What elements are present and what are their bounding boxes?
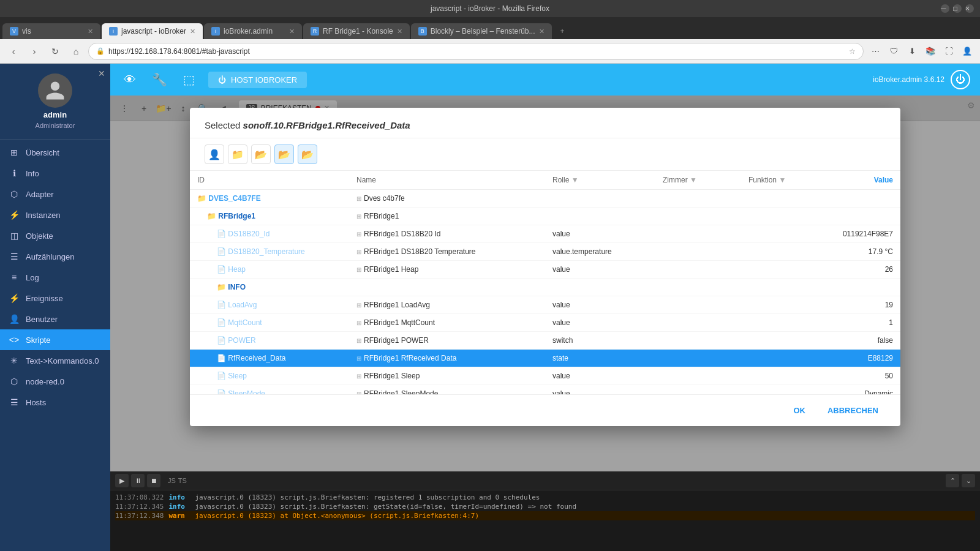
host-button[interactable]: ⏻ HOST IOBROKER	[208, 72, 307, 88]
power-button[interactable]: ⏻	[951, 70, 970, 89]
toolbar-folder3-button[interactable]: 📂	[274, 144, 294, 164]
table-row[interactable]: 📄 SleepMode ⊞RFBridge1 SleepMode value D…	[190, 385, 900, 395]
table-row[interactable]: 📁 DVES_C4B7FE ⊞Dves c4b7fe	[190, 190, 900, 208]
browser-tab-vis[interactable]: V vis ✕	[2, 23, 100, 39]
log-ts-label: TS	[178, 477, 187, 484]
browser-tab-javascript[interactable]: i javascript - ioBroker ✕	[102, 23, 203, 39]
sidebar-item-adapter[interactable]: ⬡ Adapter	[0, 184, 110, 204]
sidebar-item-hosts[interactable]: ☰ Hosts	[0, 392, 110, 413]
table-row[interactable]: 📄 DS18B20_Temperature ⊞RFBridge1 DS18B20…	[190, 243, 900, 261]
fullscreen-button[interactable]: ⛶	[941, 43, 957, 59]
library-button[interactable]: 📚	[922, 43, 938, 59]
sidebar-item-benutzer[interactable]: 👤 Benutzer	[0, 309, 110, 329]
log-collapse-button[interactable]: ⌄	[962, 474, 975, 487]
info-icon: ℹ	[9, 168, 20, 178]
row-funktion-3	[741, 243, 827, 261]
wrench-icon[interactable]: 🔧	[149, 70, 169, 89]
sidebar-item-skripte-label: Skripte	[26, 335, 50, 345]
sidebar-close-button[interactable]: ✕	[98, 69, 105, 78]
table-body: 📁 DVES_C4B7FE ⊞Dves c4b7fe 📁 RFBridge1 ⊞…	[190, 190, 900, 395]
sidebar-item-ereignisse[interactable]: ⚡ Ereignisse	[0, 288, 110, 309]
browser-tab-admin[interactable]: i ioBroker.admin ✕	[204, 23, 302, 39]
row-rolle-2: value	[545, 225, 655, 243]
log-icon: ≡	[9, 272, 20, 282]
log-right-actions: ⌃ ⌄	[946, 474, 975, 487]
table-row[interactable]: 📄 MqttCount ⊞RFBridge1 MqttCount value 1	[190, 314, 900, 332]
row-zimmer-6	[655, 296, 741, 314]
col-id-header: ID	[190, 171, 349, 190]
log-js-label: JS	[168, 477, 176, 484]
eye-icon[interactable]: 👁	[120, 70, 140, 89]
table-row[interactable]: 📄 Heap ⊞RFBridge1 Heap value 26	[190, 261, 900, 279]
bookmark-icon[interactable]: ☆	[849, 47, 856, 56]
sidebar-item-skripte[interactable]: <> Skripte	[0, 329, 110, 350]
content-area: ⋮ + 📁+ ↕ 🔍 ◀ JS BRIEFKASTEN ✕	[110, 96, 980, 471]
log-stop-button[interactable]: ⏹	[147, 474, 160, 487]
table-row[interactable]: 📁 INFO	[190, 279, 900, 296]
dialog: Selected sonoff.10.RFBridge1.RfReceived_…	[190, 108, 900, 426]
col-name-header: Name	[349, 171, 545, 190]
table-row[interactable]: 📁 RFBridge1 ⊞RFBridge1	[190, 208, 900, 225]
table-row[interactable]: 📄 DS18B20_Id ⊞RFBridge1 DS18B20 Id value…	[190, 225, 900, 243]
browser-tab-vis-close[interactable]: ✕	[88, 28, 93, 36]
login-icon[interactable]: ⬚	[179, 70, 198, 89]
close-btn[interactable]: ×	[965, 4, 974, 13]
browser-tab-blockly[interactable]: B Blockly – Beispiel – Fensterüb... ✕	[411, 23, 552, 39]
row-zimmer-8	[655, 332, 741, 350]
col-value-header: Value	[827, 171, 900, 190]
window-controls[interactable]: ─ □ ×	[941, 4, 974, 13]
table-row[interactable]: 📄 POWER ⊞RFBridge1 POWER switch false	[190, 332, 900, 350]
browser-tab-admin-close[interactable]: ✕	[289, 28, 295, 36]
sidebar-item-ubersicht[interactable]: ⊞ Übersicht	[0, 142, 110, 163]
browser-title: javascript - ioBroker - Mozilla Firefox	[431, 4, 549, 13]
extensions-button[interactable]: ⋯	[867, 43, 883, 59]
log-expand-button[interactable]: ⌃	[946, 474, 959, 487]
sidebar-item-aufzahlungen[interactable]: ☰ Aufzählungen	[0, 246, 110, 267]
toolbar-folder2-button[interactable]: 📂	[251, 144, 271, 164]
hosts-icon: ☰	[9, 397, 20, 407]
log-toolbar: ▶ ⏸ ⏹ JS TS ⌃ ⌄	[110, 471, 980, 490]
cancel-button[interactable]: ABBRECHEN	[820, 402, 886, 419]
address-bar[interactable]: 🔒 https://192.168.178.64:8081/#tab-javas…	[88, 43, 864, 60]
log-play-button[interactable]: ▶	[115, 474, 129, 487]
toolbar-folder4-button[interactable]: 📂	[298, 144, 317, 164]
row-id-8: 📄 POWER	[190, 332, 349, 350]
new-tab-button[interactable]: +	[553, 23, 573, 39]
row-zimmer-1	[655, 208, 741, 225]
forward-button[interactable]: ›	[26, 43, 43, 60]
sidebar-item-node-red[interactable]: ⬡ node-red.0	[0, 371, 110, 392]
table-row[interactable]: 📄 LoadAvg ⊞RFBridge1 LoadAvg value 19	[190, 296, 900, 314]
table-row[interactable]: 📄 RfReceived_Data ⊞RFBridge1 RfReceived …	[190, 350, 900, 367]
rolle-sort-icon: ▼	[571, 176, 579, 184]
tab-javascript-icon: i	[109, 27, 118, 36]
log-time-3: 11:37:12.348	[115, 512, 164, 520]
table-header-row: ID Name Rolle ▼ Zimmer ▼	[190, 171, 900, 190]
back-button[interactable]: ‹	[5, 43, 22, 60]
log-pause-button[interactable]: ⏸	[131, 474, 145, 487]
row-zimmer-7	[655, 314, 741, 332]
refresh-button[interactable]: ↻	[47, 43, 64, 60]
browser-tab-rfbridge-close[interactable]: ✕	[397, 28, 402, 36]
maximize-btn[interactable]: □	[953, 4, 962, 13]
shield-button[interactable]: 🛡	[886, 43, 902, 59]
account-button[interactable]: 👤	[959, 43, 975, 59]
sidebar-item-log[interactable]: ≡ Log	[0, 267, 110, 288]
minimize-btn[interactable]: ─	[941, 4, 949, 13]
row-name-4: ⊞RFBridge1 Heap	[349, 261, 545, 279]
browser-tab-blockly-close[interactable]: ✕	[539, 28, 545, 36]
download-button[interactable]: ⬇	[904, 43, 920, 59]
log-level-1: info	[168, 493, 190, 501]
sidebar-item-info[interactable]: ℹ Info	[0, 163, 110, 184]
home-button[interactable]: ⌂	[67, 43, 85, 60]
toolbar-folder-button[interactable]: 📁	[228, 144, 247, 164]
sidebar-item-instanzen-label: Instanzen	[26, 211, 60, 220]
browser-tab-javascript-close[interactable]: ✕	[190, 28, 195, 36]
toolbar-user-button[interactable]: 👤	[205, 144, 224, 164]
sidebar-item-objekte[interactable]: ◫ Objekte	[0, 225, 110, 246]
sidebar-item-text-kommandos[interactable]: ✳ Text->Kommandos.0	[0, 350, 110, 371]
row-funktion-0	[741, 190, 827, 208]
table-row[interactable]: 📄 Sleep ⊞RFBridge1 Sleep value 50	[190, 367, 900, 385]
browser-tab-rfbridge[interactable]: R RF Bridge1 - Konsole ✕	[303, 23, 410, 39]
ok-button[interactable]: OK	[786, 402, 813, 419]
sidebar-item-instanzen[interactable]: ⚡ Instanzen	[0, 204, 110, 225]
